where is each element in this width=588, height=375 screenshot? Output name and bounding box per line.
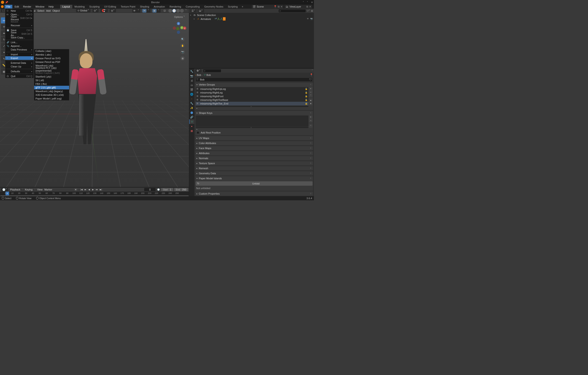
prop-tab-constraints[interactable]: 🔗 <box>189 115 194 119</box>
render-visibility-icon[interactable]: 📷 <box>310 18 313 20</box>
scene-new-icon[interactable]: ⧉ <box>278 5 280 8</box>
close-button[interactable]: ✕ <box>311 1 313 4</box>
jump-next-key-button[interactable]: ⏭ <box>95 188 99 191</box>
export-alembic[interactable]: Alembic (.abc) <box>34 53 69 56</box>
play-reverse-button[interactable]: ◀ <box>87 188 91 191</box>
shading-solid[interactable] <box>172 9 176 13</box>
scene-pin-icon[interactable]: 📍 <box>274 5 277 8</box>
vg-remove-button[interactable]: − <box>309 91 313 94</box>
export-collada[interactable]: Collada (.dae) <box>34 49 69 53</box>
outliner-display-dropdown[interactable]: 🗂˅ <box>198 9 204 13</box>
vg-expand-toggle[interactable]: ▸ <box>196 107 308 110</box>
prop-tab-output[interactable]: 🖨 <box>189 78 194 83</box>
current-frame-field[interactable]: 0 <box>144 188 156 191</box>
tree-row-armature[interactable]: ▸ 人 Armature ⮂ 人 人 ▽ 👁 📷 <box>190 17 314 21</box>
fake-user-icon[interactable]: 🛡 <box>309 78 312 81</box>
pin-icon[interactable]: 📌 <box>5 1 8 4</box>
export-gp-pdf[interactable]: Grease Pencil as PDF <box>34 60 69 64</box>
workspace-geonodes[interactable]: Geometry Nodes <box>202 5 226 9</box>
panel-face-maps[interactable]: ▸Face Maps⠿ <box>195 146 313 150</box>
prop-tab-particles[interactable]: ✨ <box>189 106 194 110</box>
nav-gizmo[interactable]: Z Y X <box>172 22 185 36</box>
lock-icon[interactable]: 🔓 <box>305 99 307 101</box>
export-fbx[interactable]: FBX (.fbx) <box>34 82 69 86</box>
workspace-rendering[interactable]: Rendering <box>167 5 183 9</box>
vg-move-down-button[interactable]: ▾ <box>309 102 313 105</box>
workspace-animation[interactable]: Animation <box>151 5 167 9</box>
orientation-dropdown[interactable]: ⊹ Global ˅ <box>76 9 91 12</box>
workspace-texture[interactable]: Texture Paint <box>118 5 137 9</box>
lock-icon[interactable]: 🔓 <box>305 91 307 94</box>
menu-append[interactable]: 📎Append... <box>5 44 34 48</box>
breadcrumb-pin-icon[interactable]: 📍 <box>310 73 313 76</box>
camera-button[interactable]: 📷 <box>180 50 185 54</box>
perspective-button[interactable]: ⊞ <box>180 56 185 61</box>
maximize-button[interactable]: ˄ <box>307 1 308 4</box>
prop-tab-viewlayer[interactable]: 🗂 <box>189 83 194 87</box>
viewport-menu-object[interactable]: Object <box>52 9 60 12</box>
armature-mesh-icon[interactable]: ▽ <box>223 17 226 20</box>
armature-pose-icon[interactable]: 人 <box>217 17 220 20</box>
pivot-dropdown[interactable]: ⊙˅ <box>93 9 99 12</box>
visibility-icon[interactable]: 👁 <box>307 18 310 20</box>
scene-name-input[interactable] <box>257 5 273 8</box>
scene-delete-icon[interactable]: ✕ <box>281 5 283 8</box>
outliner-search-input[interactable] <box>278 9 306 13</box>
menu-new[interactable]: 🗋NewCtrl N▸ <box>5 9 34 13</box>
menu-import[interactable]: ↓Import▸ <box>5 53 34 56</box>
menu-link[interactable]: 🔗Link... <box>5 41 34 44</box>
viewport-menu-select[interactable]: Select <box>37 9 44 12</box>
menu-defaults[interactable]: Defaults▸ <box>5 70 34 73</box>
gizmo-zn-axis[interactable] <box>177 31 180 34</box>
play-button[interactable]: ▶ <box>91 188 95 191</box>
menu-open-recent[interactable]: Open RecentShift Ctrl O▸ <box>5 16 34 20</box>
jump-prev-key-button[interactable]: ⏮ <box>84 188 87 191</box>
prop-tab-world[interactable]: 🌐 <box>189 92 194 96</box>
blender-icon[interactable] <box>1 5 4 8</box>
export-gltf[interactable]: glTF 2.0 (.glb/.gltf) <box>34 86 69 89</box>
viewport-menu-add[interactable]: Add <box>46 9 51 12</box>
outliner-new-collection-icon[interactable]: ⊞ <box>311 9 313 12</box>
panel-vertex-groups[interactable]: ▾Vertex Groups⠿ <box>195 82 313 87</box>
armature-link-icon[interactable]: ⮂ <box>215 17 217 20</box>
sk-specials-button[interactable]: ˅ <box>309 124 313 128</box>
minimize-button[interactable]: ˅ <box>303 1 304 4</box>
timeline-playback[interactable]: Playback <box>10 188 20 191</box>
vertex-group-row[interactable]: ⊞mixamorig:RightToeBase🔓 <box>196 98 308 102</box>
scene-selector[interactable]: 🎬 📍 ⧉ ✕ <box>252 5 284 9</box>
vertex-group-row[interactable]: ⊞mixamorig:RightUpLeg🔓 <box>196 87 308 91</box>
workspace-layout[interactable]: Layout <box>60 5 72 9</box>
panel-normals[interactable]: ▸Normals⠿ <box>195 156 313 160</box>
prop-tab-texture[interactable]: ▦ <box>189 129 194 133</box>
panel-uv-maps[interactable]: ▸UV Maps⠿ <box>195 136 313 140</box>
timeline-keying[interactable]: Keying <box>25 188 33 191</box>
properties-editor-dropdown[interactable]: ⚙˅ <box>195 69 201 72</box>
vertex-group-row[interactable]: ⊞mixamorig:RightFoot🔓 <box>196 94 308 98</box>
breadcrumb-obj[interactable]: Bob <box>197 74 201 76</box>
panel-color-attributes[interactable]: ▸Color Attributes⠿ <box>195 141 313 145</box>
panel-paper-islands[interactable]: ▾Paper Model Islands⠿ <box>195 176 313 180</box>
vg-move-up-button[interactable]: ▴ <box>309 99 313 102</box>
timeline-ruler[interactable]: 0 01020304050607080901001101201301401501… <box>0 192 189 195</box>
workspace-modeling[interactable]: Modeling <box>72 5 87 9</box>
gizmo-x-axis[interactable]: X <box>183 27 186 30</box>
export-x3d[interactable]: X3D Extensible 3D (.x3d) <box>34 93 69 97</box>
panel-remesh[interactable]: ▸Remesh⠿ <box>195 166 313 170</box>
viewlayer-delete-icon[interactable]: ✕ <box>309 5 311 8</box>
prop-tab-data[interactable]: ▽ <box>189 119 194 124</box>
shading-rendered[interactable] <box>180 9 184 13</box>
proportional-dropdown[interactable]: ◎˅ <box>110 9 116 12</box>
vertex-group-row[interactable]: ⊞mixamorig:RightLeg🔓 <box>196 91 308 94</box>
workspace-sculpting[interactable]: Sculpting <box>87 5 102 9</box>
add-rest-position-row[interactable]: Add Rest Position <box>196 131 313 135</box>
workspace-shading[interactable]: Shading <box>138 5 151 9</box>
prop-tab-tool[interactable]: 🔧 <box>189 69 194 74</box>
character-mesh[interactable] <box>72 44 104 163</box>
gizmo-toggle[interactable]: ⬌˅ <box>142 9 151 13</box>
outliner-editor-dropdown[interactable]: ☰˅ <box>190 9 197 13</box>
menu-save-as[interactable]: Save As...Shift Ctrl S <box>5 32 34 36</box>
menu-help[interactable]: Help <box>47 5 56 9</box>
properties-search-input[interactable] <box>203 69 221 72</box>
panel-geometry-data[interactable]: ▸Geometry Data⠿ <box>195 171 313 175</box>
workspace-scripting[interactable]: Scripting <box>226 5 240 9</box>
